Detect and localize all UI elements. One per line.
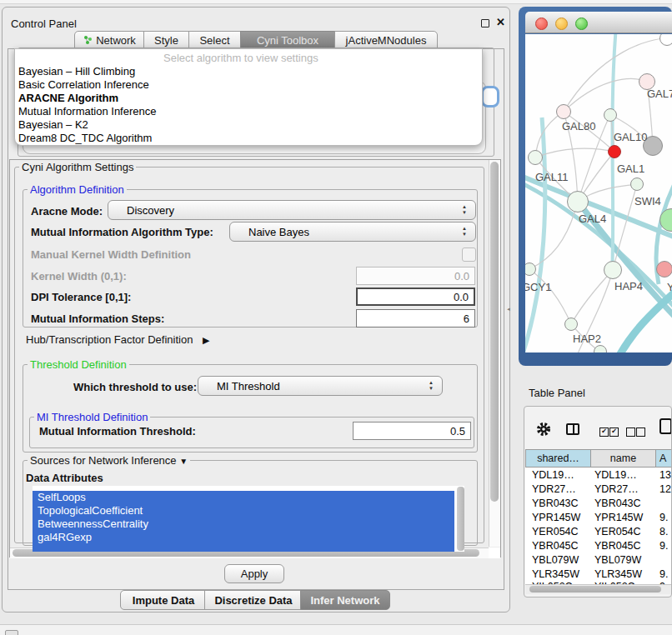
panel-splitter[interactable]: ◄ [506, 307, 510, 312]
tab-network[interactable]: Network [74, 31, 144, 49]
algorithm-dropdown-popup: Select algorithm to view settings Bayesi… [14, 48, 483, 146]
list-item[interactable] [33, 544, 454, 552]
list-item[interactable]: TopologicalCoefficient [33, 504, 454, 518]
tab-select[interactable]: Select [188, 31, 241, 49]
network-node[interactable] [659, 34, 672, 46]
tab-discretize-data[interactable]: Discretize Data [204, 590, 303, 610]
network-node-salmon[interactable] [656, 261, 672, 278]
show-columns-icon[interactable] [566, 423, 579, 435]
which-threshold-label: Which threshold to use: [73, 381, 197, 393]
mi-steps-field[interactable]: 6 [356, 309, 475, 328]
table-cell[interactable]: YDL19… [532, 468, 574, 482]
table-cell[interactable]: YBL079W [532, 553, 579, 568]
aracne-mode-label: Aracne Mode: [31, 205, 103, 218]
network-node-gal4[interactable] [567, 191, 589, 212]
network-node-hap4[interactable] [604, 261, 622, 279]
algo-item-mutual-information[interactable]: Mutual Information Inference [18, 105, 156, 118]
column-header-shared[interactable]: shared… [525, 449, 591, 468]
float-window-icon[interactable] [481, 19, 489, 28]
deselect-all-icon[interactable] [626, 428, 635, 437]
gear-icon[interactable] [536, 422, 551, 437]
apply-button[interactable]: Apply [224, 564, 284, 583]
node-label: GAL80 [562, 120, 595, 132]
node-label: GAL11 [535, 171, 569, 183]
table-panel-title: Table Panel [529, 387, 585, 399]
hub-definition-toggle[interactable]: Hub/Transcription Factor Definition ▶ [26, 333, 209, 346]
close-window-icon[interactable] [535, 18, 548, 30]
tab-cyni-toolbox[interactable]: Cyni Toolbox [240, 31, 335, 49]
algo-item-bayesian-k2[interactable]: Bayesian – K2 [18, 118, 88, 132]
network-node[interactable] [594, 345, 607, 352]
sources-group-title[interactable]: Sources for Network Inference ▼ [28, 454, 190, 467]
sources-group-label: Sources for Network Inference [30, 454, 177, 467]
aracne-mode-value: Discovery [127, 204, 174, 217]
list-scrollbar-thumb[interactable] [457, 487, 464, 551]
kernel-width-field[interactable]: 0.0 [356, 267, 475, 285]
table-cell[interactable]: YDR27… [532, 482, 576, 497]
network-node-hap2[interactable] [564, 318, 578, 331]
zoom-window-icon[interactable] [575, 18, 588, 30]
network-window-titlebar[interactable] [525, 12, 672, 33]
column-header-partial[interactable]: A [655, 449, 672, 468]
vertical-scrollbar-thumb[interactable] [490, 162, 499, 502]
table-cell[interactable]: YDL19… [594, 468, 637, 482]
mi-threshold-field[interactable]: 0.5 [353, 422, 471, 440]
dpi-tolerance-field[interactable]: 0.0 [356, 288, 475, 306]
table-cell[interactable]: YBR045C [532, 539, 579, 553]
network-node-gal11[interactable] [528, 150, 543, 165]
aracne-mode-combo[interactable]: Discovery ▲▼ [108, 200, 476, 220]
algo-item-bayesian-hill[interactable]: Bayesian – Hill Climbing [18, 65, 135, 78]
bottom-panel-strip [0, 624, 672, 635]
tab-impute-data[interactable]: Impute Data [120, 590, 207, 610]
network-node-swi4[interactable] [630, 178, 644, 191]
table-cell[interactable]: 13 [659, 468, 671, 482]
collapsed-panel-icon[interactable] [5, 630, 18, 635]
table-cell[interactable]: YPR145W [532, 511, 580, 525]
table-cell[interactable]: 12 [659, 482, 671, 497]
network-view-window[interactable]: GAL7 GAL80 GAL10 GAL1 GAL11 SWI4 GAL4 GC… [519, 7, 672, 366]
node-label: HAP2 [573, 332, 601, 345]
table-cell[interactable]: YBR045C [594, 539, 641, 553]
network-canvas[interactable]: GAL7 GAL80 GAL10 GAL1 GAL11 SWI4 GAL4 GC… [525, 34, 672, 352]
table-cell[interactable]: 8. [659, 525, 668, 539]
select-all-icon[interactable]: ✔ [609, 428, 619, 437]
minimize-window-icon[interactable] [555, 18, 568, 30]
select-all-icon[interactable]: ✔ [599, 428, 609, 437]
which-threshold-value: MI Threshold [217, 380, 280, 392]
combo-stepper-icon: ▲▼ [462, 226, 467, 238]
list-item[interactable]: BetweennessCentrality [33, 518, 454, 531]
column-header-name[interactable]: name [590, 449, 656, 468]
table-cell[interactable]: YBR043C [532, 497, 579, 511]
algo-item-aracne[interactable]: ARACNE Algorithm [18, 92, 118, 105]
table-cell[interactable]: YER054C [594, 525, 641, 539]
node-label: Y [667, 281, 672, 293]
node-label: GAL10 [614, 131, 647, 143]
deselect-all-icon[interactable] [636, 428, 645, 437]
table-cell[interactable]: 9. [659, 511, 668, 525]
data-attributes-list[interactable]: SelfLoops TopologicalCoefficient Between… [33, 486, 464, 552]
table-cell[interactable]: YBL079W [594, 553, 641, 568]
network-tab-icon [83, 35, 93, 45]
list-item[interactable]: gal4RGexp [33, 531, 454, 544]
list-item[interactable]: SelfLoops [33, 491, 454, 504]
network-node-gal80[interactable] [556, 104, 571, 119]
table-scrollbar-thumb[interactable] [529, 586, 661, 592]
tab-style[interactable]: Style [143, 31, 189, 49]
mi-type-combo[interactable]: Naive Bayes ▲▼ [229, 222, 476, 242]
algo-item-dream8[interactable]: Dream8 DC_TDC Algorithm [18, 132, 152, 145]
close-icon[interactable]: ✕ [496, 16, 505, 28]
table-cell[interactable]: 9. [659, 539, 668, 553]
network-node-gal1[interactable] [608, 145, 621, 158]
which-threshold-combo[interactable]: MI Threshold ▲▼ [198, 376, 443, 396]
manual-kernel-checkbox[interactable] [462, 248, 476, 262]
table-cell[interactable]: YBR043C [594, 497, 641, 511]
network-node-gal10[interactable] [604, 108, 617, 122]
expanded-arrow-icon: ▼ [179, 457, 188, 466]
tab-infer-network[interactable]: Infer Network [300, 590, 390, 610]
algo-item-basic-correlation[interactable]: Basic Correlation Inference [18, 78, 149, 92]
table-cell[interactable]: YPR145W [594, 511, 643, 525]
function-builder-icon[interactable] [659, 418, 672, 434]
tab-jactivemnodules[interactable]: jActiveMNodules [334, 31, 438, 49]
table-cell[interactable]: YDR27… [594, 482, 639, 497]
table-cell[interactable]: YER054C [532, 525, 579, 539]
